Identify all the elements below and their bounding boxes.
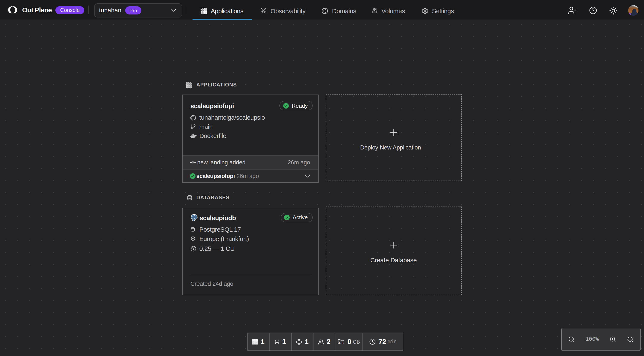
- svg-text:data: data: [338, 342, 344, 345]
